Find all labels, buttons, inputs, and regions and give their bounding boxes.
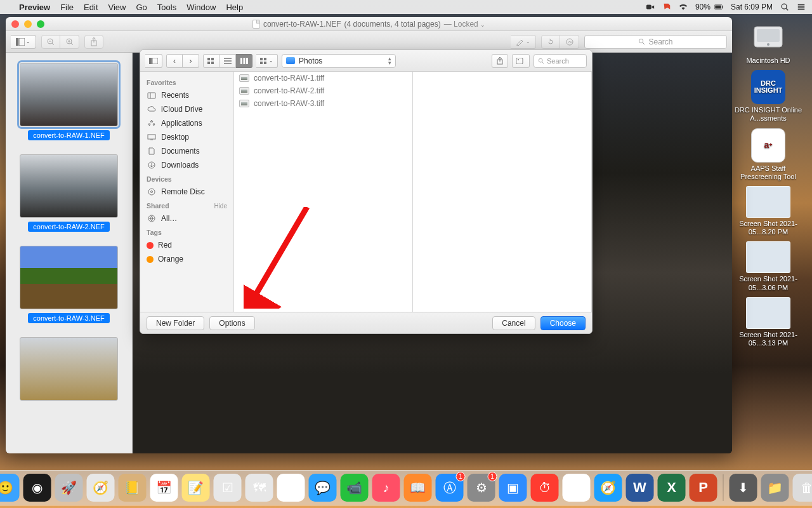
dock-chrome[interactable]: ◉ bbox=[563, 474, 591, 502]
preview-thumbnail-sidebar[interactable]: convert-to-RAW-1.NEF convert-to-RAW-2.NE… bbox=[6, 53, 133, 453]
markup-button[interactable]: ⌄ bbox=[511, 35, 536, 49]
sidebar-toggle-button[interactable] bbox=[145, 54, 162, 68]
sidebar-downloads[interactable]: Downloads bbox=[140, 158, 233, 172]
sidebar-desktop[interactable]: Desktop bbox=[140, 130, 233, 144]
toolbar-search[interactable]: Search bbox=[584, 35, 727, 49]
sidebar-applications[interactable]: Applications bbox=[140, 116, 233, 130]
spotlight-icon[interactable] bbox=[780, 3, 789, 11]
drc-insight-app[interactable]: DRCINSIGHT DRC INSIGHT Online A...ssment… bbox=[733, 70, 803, 123]
sidebar-icloud[interactable]: iCloud Drive bbox=[140, 102, 233, 116]
menu-file[interactable]: File bbox=[60, 3, 74, 12]
menu-tools[interactable]: Tools bbox=[157, 3, 176, 12]
dock-safari-compass[interactable]: 🧭 bbox=[594, 474, 622, 502]
screenshot-1[interactable]: Screen Shot 2021-05...8.20 PM bbox=[733, 186, 803, 236]
thumbnail-item[interactable] bbox=[20, 337, 118, 401]
tags-button[interactable] bbox=[512, 54, 530, 68]
thumbnail-image[interactable] bbox=[20, 246, 118, 309]
todo-menu-icon[interactable] bbox=[662, 3, 671, 11]
macintosh-hd-icon[interactable]: Macintosh HD bbox=[746, 19, 790, 65]
dock-preferences[interactable]: ⚙1 bbox=[468, 474, 495, 502]
dock-zoom[interactable]: ▣ bbox=[499, 474, 527, 502]
zoom-out-button[interactable] bbox=[41, 35, 60, 49]
dock-clock[interactable]: ⏱ bbox=[531, 474, 559, 502]
rotate-button[interactable] bbox=[541, 35, 560, 49]
dock-downloads[interactable]: ⬇ bbox=[730, 474, 757, 502]
dock-excel[interactable]: X bbox=[658, 474, 686, 502]
svg-point-4 bbox=[782, 4, 787, 9]
dock-calendar[interactable]: 📅 bbox=[150, 474, 178, 502]
dock-reminders[interactable]: ☑ bbox=[214, 474, 242, 502]
menu-help[interactable]: Help bbox=[226, 3, 243, 12]
sheet-search[interactable]: Search bbox=[534, 54, 587, 68]
dock-ibooks[interactable]: 📖 bbox=[404, 474, 432, 502]
file-item[interactable]: convert-to-RAW-1.tiff bbox=[234, 72, 412, 84]
thumbnail-image[interactable] bbox=[20, 63, 118, 126]
sidebar-recents[interactable]: Recents bbox=[140, 88, 233, 102]
new-folder-button[interactable]: New Folder bbox=[147, 316, 204, 330]
tag-red[interactable]: Red bbox=[140, 238, 233, 252]
sidebar-view-button[interactable]: ⌄ bbox=[11, 35, 36, 49]
screenshot-2[interactable]: Screen Shot 2021-05...3.06 PM bbox=[733, 241, 803, 291]
folder-popup[interactable]: Photos ▴▾ bbox=[282, 54, 396, 68]
app-menu[interactable]: Preview bbox=[19, 3, 50, 12]
thumbnail-image[interactable] bbox=[20, 154, 118, 218]
thumbnail-item[interactable]: convert-to-RAW-3.NEF bbox=[20, 246, 118, 323]
dock-folder[interactable]: 📁 bbox=[761, 474, 789, 502]
options-button[interactable]: Options bbox=[209, 316, 254, 330]
share-sheet-button[interactable] bbox=[492, 54, 508, 68]
titlebar[interactable]: convert-to-RAW-1.NEF (4 documents, 4 tot… bbox=[6, 17, 732, 31]
back-button[interactable]: ‹ bbox=[166, 54, 183, 68]
column-2[interactable] bbox=[413, 72, 592, 312]
menu-edit[interactable]: Edit bbox=[84, 3, 98, 12]
choose-button[interactable]: Choose bbox=[540, 316, 586, 330]
file-item[interactable]: convert-to-RAW-2.tiff bbox=[234, 84, 412, 97]
sidebar-remote-disc[interactable]: Remote Disc bbox=[140, 185, 233, 199]
clock[interactable]: Sat 6:09 PM bbox=[731, 3, 773, 11]
dock-trash[interactable]: 🗑 bbox=[793, 474, 813, 502]
column-view-button[interactable] bbox=[236, 54, 252, 68]
icon-view-button[interactable] bbox=[203, 54, 219, 68]
menu-window[interactable]: Window bbox=[187, 3, 216, 12]
wifi-icon[interactable] bbox=[679, 3, 688, 11]
menu-view[interactable]: View bbox=[108, 3, 126, 12]
sidebar-documents[interactable]: Documents bbox=[140, 144, 233, 158]
dock-itunes[interactable]: ♪ bbox=[372, 474, 400, 502]
zoom-in-button[interactable] bbox=[60, 35, 79, 49]
dock-appstore[interactable]: Ⓐ1 bbox=[436, 474, 464, 502]
markup-toggle-button[interactable] bbox=[560, 35, 579, 49]
tag-orange[interactable]: Orange bbox=[140, 252, 233, 266]
thumbnail-image[interactable] bbox=[20, 337, 118, 401]
dock-messages[interactable]: 💬 bbox=[309, 474, 337, 502]
facetime-menu-icon[interactable] bbox=[646, 3, 655, 11]
dock-safari[interactable]: 🧭 bbox=[87, 474, 115, 502]
tags-header: Tags bbox=[140, 225, 233, 238]
group-by-button[interactable]: ⌄ bbox=[256, 54, 278, 68]
cancel-button[interactable]: Cancel bbox=[492, 316, 535, 330]
dock-photos[interactable]: ✿ bbox=[277, 474, 305, 502]
notification-center-icon[interactable] bbox=[797, 3, 806, 11]
dock-powerpoint[interactable]: P bbox=[690, 474, 717, 502]
battery-status[interactable]: 90% bbox=[695, 3, 723, 11]
dock-maps[interactable]: 🗺 bbox=[246, 474, 273, 502]
dock-launchpad[interactable]: 🚀 bbox=[55, 474, 83, 502]
thumbnail-item[interactable]: convert-to-RAW-1.NEF bbox=[20, 63, 118, 140]
column-1[interactable]: convert-to-RAW-1.tiff convert-to-RAW-2.t… bbox=[234, 72, 413, 312]
file-item[interactable]: convert-to-RAW-3.tiff bbox=[234, 97, 412, 110]
screenshot-3[interactable]: Screen Shot 2021-05...3.13 PM bbox=[733, 297, 803, 347]
dock-siri[interactable]: ◉ bbox=[23, 474, 51, 502]
traffic-lights[interactable] bbox=[11, 20, 44, 28]
dock-word[interactable]: W bbox=[626, 474, 654, 502]
thumbnail-item[interactable]: convert-to-RAW-2.NEF bbox=[20, 154, 118, 232]
share-button[interactable] bbox=[84, 35, 103, 49]
list-view-button[interactable] bbox=[219, 54, 236, 68]
forward-button[interactable]: › bbox=[183, 54, 199, 68]
dock-notes[interactable]: 📝 bbox=[182, 474, 210, 502]
dock-contacts[interactable]: 📒 bbox=[119, 474, 147, 502]
menu-go[interactable]: Go bbox=[136, 3, 147, 12]
window-locked-label[interactable]: — Locked ⌄ bbox=[444, 20, 485, 29]
dock-facetime[interactable]: 📹 bbox=[341, 474, 369, 502]
dock-finder[interactable]: 🙂 bbox=[0, 474, 20, 502]
aaps-app[interactable]: a+ AAPS Staff Prescreening Tool bbox=[733, 128, 803, 181]
sidebar-all-shared[interactable]: All… bbox=[140, 211, 233, 225]
hide-toggle[interactable]: Hide bbox=[214, 203, 227, 210]
